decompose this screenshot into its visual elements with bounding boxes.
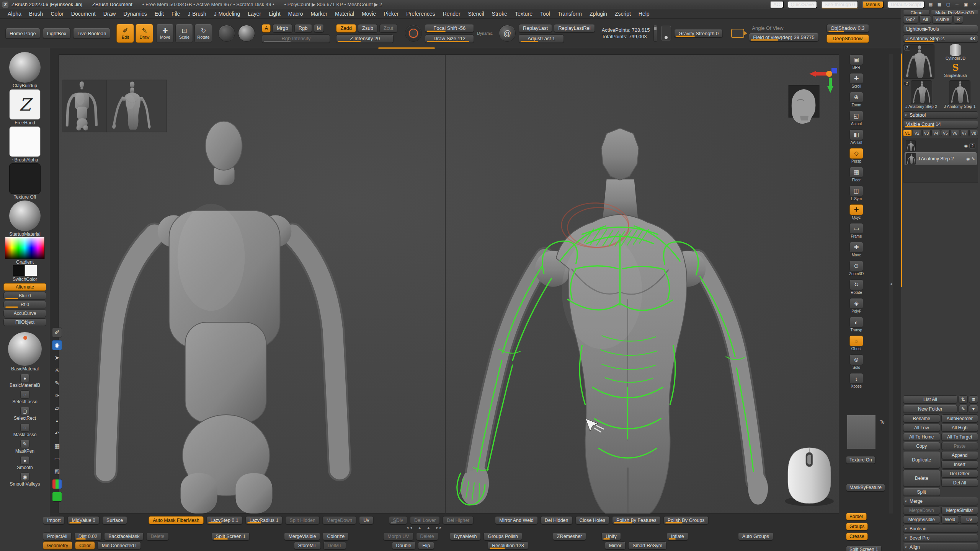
subtool-action-button[interactable]: Align [903, 543, 978, 551]
bottom-button[interactable]: DelMT [323, 541, 346, 549]
bottom-button[interactable]: Import [43, 516, 65, 524]
bottom-button[interactable]: ProjectAll [43, 532, 72, 540]
subtool-action-button[interactable]: Paste [941, 442, 978, 450]
paint-icon[interactable]: ✎ [972, 156, 975, 161]
subtool-version-tab[interactable]: V1 [903, 130, 912, 136]
bottom-button[interactable]: Polish By Features [612, 516, 661, 524]
menu-item[interactable]: Draw [100, 9, 120, 19]
left-tray-item[interactable]: ✎ MaskPen [2, 440, 47, 454]
subtool-version-tab[interactable]: V8 [969, 130, 978, 136]
canvas-tool-icon[interactable] [52, 479, 62, 489]
bottom-button[interactable]: Resolution 128 [488, 541, 528, 549]
home-page-button[interactable]: Home Page [5, 28, 40, 39]
doc-thumbnail-2[interactable] [106, 80, 167, 132]
bottom-button[interactable]: MergeVisible [284, 532, 320, 540]
bottom-button[interactable]: Dist 0.02 [74, 532, 101, 540]
right-mid-button[interactable]: Crease [846, 533, 868, 540]
bottom-button[interactable]: Inflate [667, 532, 688, 540]
menu-item[interactable]: Stencil [464, 9, 488, 19]
alpha-picker-icon[interactable] [238, 25, 255, 42]
goz-row-button[interactable]: GoZ [903, 15, 918, 23]
subtool-section-header[interactable]: Subtool [903, 111, 978, 119]
subtool-action-button[interactable]: Merge [903, 497, 978, 505]
lightbox-tools-button[interactable]: Lightbox▶Tools [903, 25, 978, 33]
canvas-tool-icon[interactable]: ✐ [52, 328, 62, 337]
bottom-button[interactable]: Flip [418, 541, 434, 549]
menu-item[interactable]: Marker [307, 9, 332, 19]
subtool-action-button[interactable]: Weld [941, 515, 959, 523]
right-shelf-button[interactable]: ◈ PolyF [848, 298, 865, 313]
menu-item[interactable]: J-Modeling [210, 9, 244, 19]
m-button[interactable]: M [314, 24, 324, 33]
move-button[interactable]: ✚ Move [156, 24, 174, 43]
titlebar-button[interactable]: Menus [862, 1, 884, 8]
menu-item[interactable]: Alpha [4, 9, 25, 19]
right-shelf-button[interactable]: ◇ Persp [848, 148, 865, 163]
lightbox-button[interactable]: LightBox [43, 28, 71, 39]
eye-icon[interactable]: ◉ [966, 156, 970, 161]
subtool-version-tab[interactable]: V4 [931, 130, 940, 136]
right-shelf-button[interactable]: ◧ AAHalf [848, 129, 865, 145]
right-shelf-button[interactable]: ▦ Floor [848, 167, 865, 182]
right-mid-button[interactable]: Groups [846, 523, 868, 530]
window-control-icon[interactable]: ▣ [963, 2, 969, 7]
right-shelf-button[interactable]: ◐ Transp [848, 317, 865, 332]
bottom-button[interactable]: Delete [146, 532, 168, 540]
bottom-button[interactable]: Smart ReSym [628, 541, 666, 549]
bottom-button[interactable]: Uv [359, 516, 373, 524]
rgb-intensity-slider[interactable]: Rgb Intensity [262, 34, 330, 43]
bottom-button[interactable]: Groups Polish [483, 532, 522, 540]
window-control-icon[interactable]: ▦ [936, 2, 942, 7]
bottom-button[interactable]: Split Screen 1 [212, 532, 250, 540]
live-boolean-button[interactable]: Live Boolean [73, 28, 110, 39]
subtool-version-tab[interactable]: V5 [941, 130, 950, 136]
titlebar-button[interactable]: See-through 0 [821, 1, 858, 8]
subtool-version-tab[interactable]: V7 [960, 130, 969, 136]
menu-item[interactable]: Brush [25, 9, 47, 19]
left-tray-item[interactable]: Z FreeHand [2, 88, 47, 126]
right-shelf-button[interactable]: ◱ Actual [848, 111, 865, 126]
subtool-action-button[interactable]: Uv [960, 515, 978, 523]
right-mid-button[interactable]: Texture On [846, 456, 875, 464]
menu-item[interactable]: Layer [244, 9, 265, 19]
titlebar-button[interactable]: DefaultZScript [887, 1, 924, 8]
left-tray-item[interactable]: ● Smooth [2, 456, 47, 470]
bottom-button[interactable]: Morph UV [383, 532, 413, 540]
subtool-action-button[interactable]: All To Home [903, 433, 940, 441]
field-of-view-slider[interactable]: Field of view(deg) 39.59775 [749, 33, 818, 41]
subtool-action-button[interactable]: Delete [903, 469, 940, 487]
menu-item[interactable]: File [168, 9, 184, 19]
adjust-last-slider[interactable]: AdjustLast 1 [519, 34, 564, 43]
bottom-button[interactable]: MidValue 0 [67, 516, 100, 524]
color-a-button[interactable]: A [262, 24, 271, 33]
bottom-button[interactable]: Del Lower [410, 516, 440, 524]
menu-item[interactable]: Stroke [488, 9, 511, 19]
canvas-tool-icon[interactable]: ➤ [52, 353, 62, 363]
right-mid-button[interactable]: Border [846, 513, 867, 520]
canvas-tool-icon[interactable]: ▱ [52, 403, 62, 413]
menu-item[interactable]: Tool [536, 9, 554, 19]
right-shelf-button[interactable]: ⊕ Zoom [848, 92, 865, 107]
canvas-tool-icon[interactable]: ▦ [52, 441, 62, 451]
window-control-icon[interactable]: ─ [954, 2, 960, 7]
tool-thumbnail[interactable]: S SimpleBrush [936, 62, 975, 78]
draw-button[interactable]: ✎ Draw [136, 24, 153, 43]
bottom-button[interactable]: Close Holes [575, 516, 609, 524]
canvas-tool-icon[interactable]: ◉ [52, 340, 62, 350]
bottom-button[interactable]: Auto Mask FiberMesh [149, 516, 204, 524]
menu-item[interactable]: Texture [511, 9, 536, 19]
menu-item[interactable]: Picker [380, 9, 402, 19]
bottom-button[interactable]: Color [75, 541, 95, 549]
subtool-action-button[interactable]: Del Other [941, 469, 978, 478]
subtool-action-button[interactable]: MergeSimilar [941, 506, 978, 514]
left-tray-item[interactable]: ClayBuildup [2, 51, 47, 88]
left-tray-item[interactable]: ● BasicMaterialB [2, 374, 47, 388]
subtool-action-button[interactable]: Append [941, 451, 978, 459]
canvas-tool-icon[interactable]: • [52, 416, 62, 426]
left-tray-item[interactable]: ◉ SmoothValleys [2, 473, 47, 487]
bottom-button[interactable]: Min Connected I [98, 541, 141, 549]
menu-item[interactable]: Light [265, 9, 284, 19]
right-shelf-button[interactable]: ▭ Frame [848, 223, 865, 238]
subtool-version-tab[interactable]: V3 [922, 130, 931, 136]
window-control-icon[interactable]: ▤ [928, 2, 934, 7]
